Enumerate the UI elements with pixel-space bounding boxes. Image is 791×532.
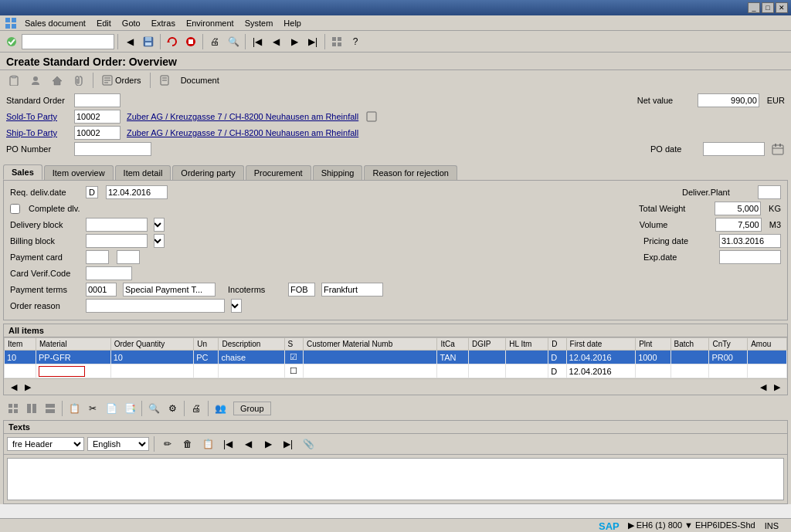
order-reason-input[interactable] [86, 299, 225, 313]
sold-to-party-input[interactable] [74, 110, 121, 124]
table-next-btn[interactable]: ▶ [21, 380, 35, 394]
back-button[interactable]: ◀ [121, 33, 138, 50]
complete-dlv-checkbox[interactable] [10, 204, 20, 214]
find-button[interactable]: 🔍 [225, 33, 242, 50]
billing-block-input[interactable] [86, 234, 148, 248]
delivery-block-input[interactable] [86, 218, 148, 232]
ship-to-party-label[interactable]: Ship-To Party [6, 128, 68, 137]
bt-btn-5[interactable]: ✂ [84, 400, 101, 417]
delivery-block-select[interactable]: ▼ [154, 218, 165, 232]
menu-sales-document[interactable]: Sales document [20, 17, 90, 29]
menu-edit[interactable]: Edit [92, 17, 116, 29]
payment-terms-code-input[interactable] [86, 283, 117, 296]
refresh-button[interactable] [164, 33, 181, 50]
toolbar-person-btn[interactable] [26, 72, 45, 89]
deliver-plant-input[interactable] [758, 185, 781, 199]
texts-copy-btn[interactable]: 📋 [199, 435, 216, 452]
po-date-input[interactable] [703, 142, 765, 156]
layout-button[interactable] [328, 33, 345, 50]
orders-button[interactable]: Orders [98, 72, 145, 89]
sold-to-party-info-icon[interactable] [365, 110, 379, 124]
pricing-date-input[interactable] [719, 234, 781, 248]
next-page-button[interactable]: ▶ [286, 33, 303, 50]
texts-prev-btn[interactable]: ◀ [239, 435, 256, 452]
incoterms-code-input[interactable] [288, 283, 315, 296]
bt-btn-4[interactable]: 📋 [66, 400, 83, 417]
tab-ordering-party[interactable]: Ordering party [172, 165, 243, 180]
card-verif-code-input[interactable] [86, 266, 132, 280]
texts-delete-btn[interactable]: 🗑 [179, 435, 196, 452]
toolbar-home-btn[interactable] [48, 72, 66, 89]
tab-shipping[interactable]: Shipping [313, 165, 363, 180]
stop-button[interactable] [182, 33, 199, 50]
po-date-calendar-icon[interactable] [771, 142, 785, 156]
table-scroll-right[interactable]: ▶ [770, 380, 784, 394]
sold-to-party-address[interactable]: Zuber AG / Kreuzgasse 7 / CH-8200 Neuhau… [127, 112, 358, 121]
po-number-input[interactable] [74, 142, 151, 156]
save-button[interactable] [140, 33, 157, 50]
table-prev-btn[interactable]: ◀ [7, 380, 21, 394]
sold-to-party-label[interactable]: Sold-To Party [6, 112, 68, 121]
bt-btn-6[interactable]: 📄 [103, 400, 120, 417]
maximize-button[interactable]: □ [762, 2, 774, 13]
net-value-input[interactable] [698, 93, 759, 107]
toolbar-clipboard-btn[interactable] [5, 72, 23, 89]
menu-help[interactable]: Help [279, 17, 306, 29]
ship-to-party-address[interactable]: Zuber AG / Kreuzgasse 7 / CH-8200 Neuhau… [127, 128, 358, 137]
texts-textarea[interactable] [8, 459, 783, 500]
volume-input[interactable] [715, 218, 762, 232]
req-deliv-date-input[interactable] [106, 185, 168, 199]
billing-block-select[interactable]: ▼ [154, 234, 165, 248]
first-page-button[interactable]: |◀ [249, 33, 266, 50]
check-button[interactable] [3, 33, 20, 50]
texts-attach-btn[interactable]: 📎 [300, 435, 317, 452]
texts-first-btn[interactable]: |◀ [219, 435, 236, 452]
tab-procurement[interactable]: Procurement [246, 165, 311, 180]
texts-last-btn[interactable]: ▶| [280, 435, 297, 452]
menu-extras[interactable]: Extras [147, 17, 180, 29]
bt-btn-11[interactable]: 👥 [212, 400, 229, 417]
texts-language-select[interactable]: English [87, 437, 149, 451]
tab-item-overview[interactable]: Item overview [44, 165, 114, 180]
standard-order-input[interactable] [74, 93, 121, 107]
tab-item-detail[interactable]: Item detail [115, 165, 171, 180]
close-button[interactable]: ✕ [776, 2, 788, 13]
last-page-button[interactable]: ▶| [304, 33, 321, 50]
bt-btn-10[interactable]: 🖨 [188, 400, 205, 417]
bt-btn-3[interactable] [42, 400, 59, 417]
bt-btn-8[interactable]: 🔍 [145, 400, 162, 417]
group-button[interactable]: Group [233, 402, 271, 415]
table-scroll-left[interactable]: ◀ [756, 380, 770, 394]
payment-card-input1[interactable] [86, 250, 109, 264]
menu-goto[interactable]: Goto [117, 17, 145, 29]
table-row[interactable]: ☐ D 12.04.2016 [5, 364, 787, 378]
bt-btn-2[interactable] [23, 400, 40, 417]
document-button[interactable]: Document [177, 72, 223, 89]
table-row[interactable]: 10 PP-GFR 10 PC chaise ☑ TAN D 12.04.201… [5, 351, 787, 364]
payment-card-input2[interactable] [117, 250, 140, 264]
texts-edit-btn[interactable]: ✏ [159, 435, 176, 452]
toolbar-attach-btn[interactable] [70, 72, 88, 89]
total-weight-input[interactable] [715, 202, 761, 215]
payment-terms-desc-input[interactable] [123, 283, 216, 296]
texts-next-btn[interactable]: ▶ [260, 435, 277, 452]
exp-date-input[interactable] [719, 250, 781, 264]
tab-sales[interactable]: Sales [3, 164, 42, 180]
menu-system[interactable]: System [240, 17, 278, 29]
minimize-button[interactable]: _ [748, 2, 760, 13]
bt-btn-9[interactable]: ⚙ [164, 400, 181, 417]
ship-to-party-input[interactable] [74, 126, 121, 140]
bt-btn-1[interactable] [5, 400, 22, 417]
prev-page-button[interactable]: ◀ [267, 33, 284, 50]
command-field[interactable] [22, 34, 114, 49]
menu-environment[interactable]: Environment [182, 17, 239, 29]
texts-text-area[interactable] [7, 458, 784, 500]
bt-btn-7[interactable]: 📑 [121, 400, 138, 417]
order-reason-select[interactable]: ▼ [231, 299, 242, 313]
new-material-input[interactable] [39, 366, 85, 377]
document-icon-btn[interactable] [155, 72, 174, 89]
help-toolbar-button[interactable]: ? [347, 33, 364, 50]
print-button[interactable]: 🖨 [206, 33, 223, 50]
texts-type-select[interactable]: fre Header [7, 437, 84, 451]
tab-reason-rejection[interactable]: Reason for rejection [364, 165, 457, 180]
